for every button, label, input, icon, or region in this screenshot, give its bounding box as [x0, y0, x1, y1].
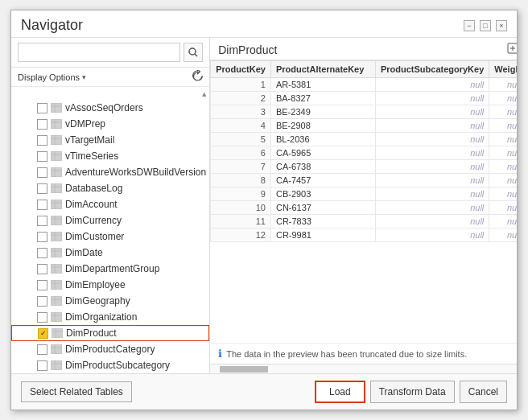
cell-weight: null — [489, 119, 517, 133]
transform-data-button[interactable]: Transform Data — [370, 381, 455, 403]
table-header-row: ProductKeyProductAlternateKeyProductSubc… — [211, 61, 517, 78]
svg-rect-2 — [51, 103, 62, 113]
checkbox-databaselog[interactable] — [37, 183, 47, 194]
cell-rownum: 7 — [211, 160, 271, 174]
display-options-bar: Display Options ▾ — [11, 68, 209, 87]
tree-item-label: DimProductSubcategory — [65, 360, 170, 371]
table-row: 5BL-2036nullnull — [211, 133, 517, 146]
checkbox-dimproduct[interactable]: ✓ — [38, 328, 48, 339]
checkbox-dimproductsubcategory[interactable] — [37, 360, 47, 371]
table-icon — [51, 248, 62, 257]
checkbox-dimcurrency[interactable] — [37, 216, 47, 226]
svg-point-0 — [189, 48, 196, 55]
checkbox-dimaccount[interactable] — [37, 200, 47, 210]
close-button[interactable]: × — [496, 20, 507, 31]
svg-rect-20 — [51, 200, 62, 209]
table-icon — [51, 232, 62, 241]
svg-rect-5 — [51, 119, 62, 129]
checkbox-dimcustomer[interactable] — [37, 232, 47, 242]
data-table: ProductKeyProductAlternateKeyProductSubc… — [210, 60, 517, 242]
tree-item-dimemployee[interactable]: DimEmployee — [11, 277, 209, 293]
checkbox-dimorganization[interactable] — [37, 312, 47, 323]
tree-item-vassocseqorders[interactable]: vAssocSeqOrders — [11, 100, 209, 116]
table-row: 2BA-8327nullnull — [211, 92, 517, 105]
cell-rownum: 4 — [211, 119, 271, 133]
tree-item-dimdate[interactable]: DimDate — [11, 245, 209, 261]
table-icon — [51, 344, 62, 354]
scrollbar-thumb[interactable] — [220, 366, 268, 373]
chevron-down-icon: ▾ — [82, 73, 86, 81]
tree-item-adventureworksdwbuildversion[interactable]: AdventureWorksDWBuildVersion — [11, 164, 209, 180]
tree-item-dimproductcategory[interactable]: DimProductCategory — [11, 341, 209, 357]
table-icon — [51, 183, 62, 193]
tree-item-label: DimProductCategory — [65, 344, 155, 355]
svg-line-1 — [195, 54, 197, 56]
horizontal-scrollbar[interactable]: ▶ — [210, 364, 517, 373]
tree-item-dimproductsubcategory[interactable]: DimProductSubcategory — [11, 357, 209, 373]
checkbox-vdmprep[interactable] — [37, 119, 47, 130]
maximize-button[interactable]: □ — [480, 20, 491, 31]
table-icon — [51, 167, 62, 177]
checkbox-dimgeography[interactable] — [37, 296, 47, 307]
checkbox-dimdate[interactable] — [37, 248, 47, 258]
window-controls: − □ × — [464, 20, 507, 31]
cell-weight: null — [489, 146, 517, 160]
checkbox-dimemployee[interactable] — [37, 280, 47, 290]
cell-weight: null — [489, 78, 517, 92]
tree-item-dimaccount[interactable]: DimAccount — [11, 196, 209, 212]
tree-area: ▲ vAssocSeqOrdersvDMPrepvTargetMailvTime… — [11, 87, 209, 373]
minimize-button[interactable]: − — [464, 20, 475, 31]
table-icon — [51, 103, 62, 113]
display-options-button[interactable]: Display Options ▾ — [18, 72, 86, 82]
svg-rect-23 — [51, 216, 62, 225]
export-icon[interactable] — [507, 43, 517, 56]
cell-rownum: 3 — [211, 105, 271, 119]
cell-subcategorykey: null — [375, 229, 489, 242]
cancel-button[interactable]: Cancel — [460, 381, 507, 403]
table-scroll-area[interactable]: ProductKeyProductAlternateKeyProductSubc… — [210, 60, 517, 343]
tree-item-dimdepartmentgroup[interactable]: DimDepartmentGroup — [11, 261, 209, 277]
table-body: 1AR-5381nullnull2BA-8327nullnull3BE-2349… — [211, 78, 517, 242]
col-header-productsubcategorykey: ProductSubcategoryKey — [375, 61, 489, 78]
tree-item-label: DimProduct — [66, 327, 117, 339]
checkbox-dimdepartmentgroup[interactable] — [37, 264, 47, 274]
cell-rownum: 5 — [211, 133, 271, 146]
cell-alternatekey: CA-7457 — [270, 174, 375, 187]
tree-item-label: vTargetMail — [65, 134, 114, 146]
tree-item-label: DimCustomer — [65, 231, 124, 242]
refresh-button[interactable] — [192, 70, 203, 84]
info-icon: ℹ — [218, 348, 222, 360]
tree-item-vdmprep[interactable]: vDMPrep — [11, 116, 209, 132]
tree-item-vtargetmail[interactable]: vTargetMail — [11, 132, 209, 148]
cell-rownum: 10 — [211, 201, 271, 215]
tree-item-databaselog[interactable]: DatabaseLog — [11, 180, 209, 196]
table-row: 4BE-2908nullnull — [211, 119, 517, 133]
search-input[interactable] — [18, 43, 180, 62]
search-button[interactable] — [184, 43, 203, 62]
tree-item-label: DimGeography — [65, 295, 130, 307]
checkbox-vtargetmail[interactable] — [37, 135, 47, 146]
search-icon — [188, 47, 198, 57]
tree-item-dimgeography[interactable]: DimGeography — [11, 293, 209, 309]
select-related-button[interactable]: Select Related Tables — [21, 381, 132, 402]
cell-alternatekey: CA-5965 — [270, 146, 375, 160]
tree-item-dimorganization[interactable]: DimOrganization — [11, 309, 209, 325]
table-icon — [51, 119, 62, 129]
col-header-productalternatekey: ProductAlternateKey — [270, 61, 375, 78]
tree-item-dimcustomer[interactable]: DimCustomer — [11, 229, 209, 245]
right-panel: DimProduct ProductKeyProductAlternateKey… — [210, 38, 517, 373]
svg-rect-44 — [52, 328, 63, 338]
checkbox-adventureworksdwbuildversion[interactable] — [37, 167, 47, 178]
tree-scroll[interactable]: ▲ vAssocSeqOrdersvDMPrepvTargetMailvTime… — [11, 87, 209, 373]
tree-item-label: DatabaseLog — [65, 183, 122, 194]
cell-subcategorykey: null — [375, 105, 489, 119]
tree-item-dimproduct[interactable]: ✓DimProduct — [11, 325, 209, 341]
tree-item-dimcurrency[interactable]: DimCurrency — [11, 212, 209, 229]
checkbox-dimproductcategory[interactable] — [37, 344, 47, 355]
tree-item-label: DimEmployee — [65, 279, 126, 290]
checkbox-vtimeseries[interactable] — [37, 151, 47, 162]
load-button[interactable]: Load — [315, 381, 365, 403]
svg-rect-41 — [51, 312, 62, 322]
tree-item-vtimeseries[interactable]: vTimeSeries — [11, 148, 209, 164]
checkbox-vassocseqorders[interactable] — [37, 103, 47, 113]
